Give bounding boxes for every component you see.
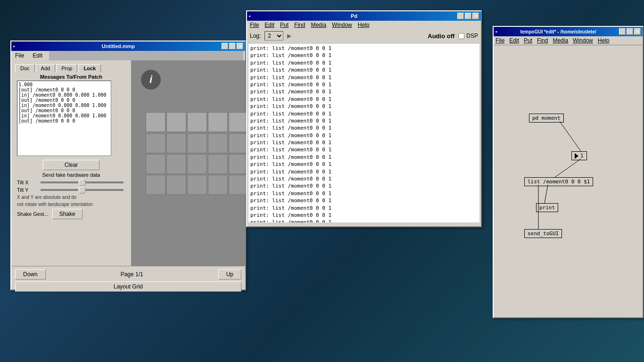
shake-row: Shake Gest... Shake: [13, 208, 129, 220]
grid-cell[interactable]: [208, 154, 228, 174]
tempo-menubar: File Edit Put Find Media Window Help: [494, 36, 643, 45]
grid-cell[interactable]: [166, 154, 186, 174]
grid-cell[interactable]: [187, 112, 207, 132]
tilt-y-thumb[interactable]: [78, 186, 86, 194]
untitled-titlebar[interactable]: ▪ Untitled.mmp _ □ ✕: [11, 41, 245, 51]
messages-box[interactable]: 1.000 [out] /moment0 0 0 0 [in] /moment0…: [17, 81, 111, 156]
grid-cell[interactable]: [229, 175, 248, 195]
console-line-15: print: list /moment0 0 0 1: [250, 154, 478, 161]
console-line-9: print: list /moment0 0 0 1: [250, 110, 478, 117]
tab-add[interactable]: Add: [36, 64, 56, 72]
tempo-minimize-button[interactable]: _: [619, 28, 626, 35]
messages-label: Messages To/From Patch: [17, 74, 125, 80]
tab-doc[interactable]: Doc: [15, 64, 35, 72]
tilt-x-row: Tilt X: [13, 179, 129, 186]
pd-maximize-button[interactable]: □: [465, 13, 471, 19]
up-button[interactable]: Up: [218, 269, 241, 280]
pd-titlebar[interactable]: ▪ Pd _ □ ✕: [247, 11, 481, 21]
console-line-13: print: list /moment0 0 0 1: [250, 139, 478, 146]
untitled-menu-file[interactable]: File: [13, 52, 26, 60]
grid-cell[interactable]: [208, 112, 228, 132]
console-line-24: print: list /moment0 0 0 1: [250, 219, 478, 223]
tempo-maximize-button[interactable]: □: [627, 28, 633, 35]
console-line-14: print: list /moment0 0 0 1: [250, 146, 478, 153]
untitled-menu-edit[interactable]: Edit: [31, 52, 44, 60]
svg-line-1: [555, 159, 581, 177]
console-line-6: print: list /moment0 0 0 1: [250, 88, 478, 95]
pd-list-box[interactable]: list /moment0 0 0 $1: [524, 177, 593, 186]
grid-cell[interactable]: [166, 175, 186, 195]
grid-cell[interactable]: [146, 154, 165, 174]
tempo-window-controls: _ □ ✕: [619, 28, 641, 35]
page-label: Page 1/1: [48, 271, 216, 278]
grid-cell[interactable]: [208, 133, 228, 153]
pd-menu-put[interactable]: Put: [280, 22, 289, 28]
grid-cell[interactable]: [187, 175, 207, 195]
tab-prop[interactable]: Prop: [56, 64, 77, 72]
tempo-menu-file[interactable]: File: [495, 37, 504, 44]
messages-section: Messages To/From Patch 1.000 [out] /mome…: [13, 72, 129, 158]
close-button[interactable]: ✕: [237, 43, 243, 49]
console-line-8: print: list /moment0 0 0 1: [250, 103, 478, 110]
console-line-12: print: list /moment0 0 0 1: [250, 132, 478, 139]
tempo-menu-put[interactable]: Put: [524, 37, 532, 44]
pd-minimize-button[interactable]: _: [457, 13, 464, 19]
grid-cell[interactable]: [146, 112, 165, 132]
tempo-menu-find[interactable]: Find: [537, 37, 548, 44]
pd-print-box[interactable]: print: [536, 203, 558, 212]
tilt-x-label: Tilt X: [17, 180, 36, 185]
grid-cell[interactable]: [187, 154, 207, 174]
maximize-button[interactable]: □: [229, 43, 236, 49]
pd-dsp-label: DSP: [466, 33, 478, 39]
shake-button[interactable]: Shake: [52, 209, 83, 219]
pd-menu-edit[interactable]: Edit: [264, 22, 274, 28]
tempo-menu-media[interactable]: Media: [553, 37, 568, 44]
pd-menu-window[interactable]: Window: [332, 22, 352, 28]
layout-grid-button[interactable]: Layout Grid: [15, 281, 241, 292]
grid-cell[interactable]: [229, 112, 248, 132]
pd-menu-media[interactable]: Media: [311, 22, 326, 28]
console-line-17: print: list /moment0 0 0 1: [250, 168, 478, 175]
console-line-21: print: list /moment0 0 0 1: [250, 197, 478, 204]
tempo-menu-window[interactable]: Window: [573, 37, 593, 44]
console-line-20: print: list /moment0 0 0 1: [250, 190, 478, 197]
down-button[interactable]: Down: [15, 269, 46, 280]
grid-cell[interactable]: [229, 133, 248, 153]
pd-window-controls: _ □ ✕: [457, 13, 479, 19]
grid-cell[interactable]: [208, 175, 228, 195]
tilt-x-thumb[interactable]: [78, 179, 86, 186]
pd-dsp-checkbox[interactable]: [458, 33, 464, 39]
pd-toolbar: Log: 2 1 3 ▶ Audio off DSP: [247, 30, 481, 42]
pd-menu-help[interactable]: Help: [358, 22, 370, 28]
tempo-menu-help[interactable]: Help: [598, 37, 610, 44]
console-line-0: print: list /moment0 0 0 1: [250, 45, 478, 52]
pd-menu-file[interactable]: File: [250, 22, 259, 28]
pd-moment-box[interactable]: pd moment: [529, 114, 564, 123]
msg-line-5: [out] /moment0 0 0 0: [18, 108, 110, 113]
tab-lock[interactable]: Lock: [78, 64, 101, 72]
console-line-1: print: list /moment0 0 0 1: [250, 52, 478, 59]
tempo-titlebar[interactable]: ▪ tempoGUI *edit* - /home/obsolete/ _ □ …: [494, 27, 643, 36]
grid-cell[interactable]: [166, 133, 186, 153]
grid-cell[interactable]: [229, 154, 248, 174]
grid-cell[interactable]: [166, 112, 186, 132]
tempo-menu-edit[interactable]: Edit: [509, 37, 519, 44]
pd-menu-find[interactable]: Find: [294, 22, 305, 28]
grid-cell[interactable]: [187, 133, 207, 153]
pd-dsp-row: DSP: [458, 33, 478, 39]
pd-console[interactable]: print: list /moment0 0 0 1 print: list /…: [248, 43, 480, 223]
tempo-title: tempoGUI *edit* - /home/obsolete/: [497, 29, 619, 34]
tab-bar: Doc Add Prop Lock: [13, 62, 129, 72]
grid-cell[interactable]: [146, 175, 165, 195]
untitled-window: ▪ Untitled.mmp _ □ ✕ File Edit Doc Add P…: [10, 41, 246, 290]
tempo-close-button[interactable]: ✕: [634, 28, 641, 35]
msg-line-4: [in] /moment0 0.000 0.000 1.000: [18, 103, 110, 108]
pd-close-button[interactable]: ✕: [472, 13, 479, 19]
clear-button[interactable]: Clear: [43, 160, 99, 170]
grid-cell[interactable]: [146, 133, 165, 153]
minimize-button[interactable]: _: [222, 43, 228, 49]
pd-send-toGUI-box[interactable]: send_toGUI: [524, 229, 562, 238]
pd-log-select[interactable]: 2 1 3: [264, 31, 283, 41]
pd-number-box[interactable]: 1: [571, 151, 587, 160]
console-line-16: print: list /moment0 0 0 1: [250, 161, 478, 168]
